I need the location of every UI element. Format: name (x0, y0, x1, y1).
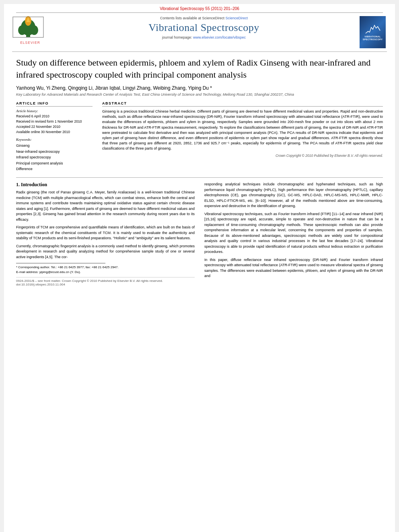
header-divider (12, 51, 387, 52)
bottom-issn: 0924-2031/$ – see front matter. Crown Co… (16, 277, 195, 286)
body-left: 1. Introduction Radix ginseng (the root … (16, 182, 195, 286)
elsevier-label: ELSEVIER (12, 41, 48, 45)
article-history-block: Article history: Received 6 April 2010 R… (16, 109, 93, 134)
elsevier-tree-icon (12, 16, 44, 38)
abstract-col: ABSTRACT Ginseng is a precious tradition… (102, 101, 383, 172)
date-received: Received 6 April 2010 (16, 114, 93, 119)
journal-main-title: Vibrational Spectroscopy (52, 22, 356, 34)
right-para2: Vibrational spectroscopy techniques, suc… (204, 212, 383, 255)
keyword-diff: Difference (16, 166, 93, 172)
abstract-text: Ginseng is a precious traditional Chines… (102, 109, 383, 151)
main-content: Study on difference between epidermis, p… (4, 53, 395, 294)
article-dates: Received 6 April 2010 Received in revise… (16, 114, 93, 134)
keyword-ir: Infrared spectroscopy (16, 154, 93, 160)
intro-para2: Fingerprints of TCM are comprehensive an… (16, 225, 195, 241)
affiliation: Key Laboratory for Advanced Materials an… (16, 92, 383, 97)
intro-title: 1. Introduction (16, 182, 195, 188)
journal-banner: Vibrational Spectroscopy 55 (2011) 201–2… (4, 4, 395, 12)
body-two-col: 1. Introduction Radix ginseng (the root … (16, 182, 383, 286)
cover-box: VIBRATIONAL SPECTROSCOPY (360, 16, 386, 48)
authors-line: Yanhong Wu, Yi Zheng, Qingqing Li, Jibra… (16, 85, 383, 91)
article-title: Study on difference between epidermis, p… (16, 57, 383, 80)
article-info-col: ARTICLE INFO Article history: Received 6… (16, 101, 93, 172)
sciencedirect-link[interactable]: ScienceDirect (226, 16, 248, 20)
footnote-email: E-mail address: yiping@ecust.edu.cn (Y. … (16, 270, 195, 275)
svg-point-2 (18, 25, 26, 35)
date-accepted: Accepted 22 November 2010 (16, 124, 93, 129)
homepage-link[interactable]: www.elsevier.com/locate/vibspec (193, 35, 246, 39)
journal-cover-thumb: VIBRATIONAL SPECTROSCOPY (360, 16, 387, 48)
body-right: responding analytical techniques include… (204, 182, 383, 286)
top-divider (16, 12, 383, 13)
abstract-heading: ABSTRACT (102, 101, 383, 107)
intro-para3: Currently, chromatographic fingerprint a… (16, 244, 195, 260)
keywords-block: Keywords: Ginseng Near-infrared spectros… (16, 138, 93, 172)
copyright-line: Crown Copyright © 2010 Published by Else… (102, 154, 383, 158)
cover-spectrum-icon (365, 23, 381, 35)
intro-para1: Radix ginseng (the root of Panax ginseng… (16, 190, 195, 222)
page: Vibrational Spectroscopy 55 (2011) 201–2… (4, 4, 395, 532)
journal-homepage: journal homepage: www.elsevier.com/locat… (52, 35, 356, 39)
keywords-label: Keywords: (16, 138, 93, 142)
article-info-abstract: ARTICLE INFO Article history: Received 6… (16, 101, 383, 172)
right-para3: In this paper, diffuse reflectance near … (204, 257, 383, 279)
elsevier-logo: ELSEVIER (12, 16, 48, 45)
cover-title: VIBRATIONAL SPECTROSCOPY (361, 35, 384, 41)
contents-line: Contents lists available at ScienceDirec… (52, 16, 356, 20)
journal-title-center: Contents lists available at ScienceDirec… (52, 16, 356, 39)
section-divider (16, 177, 383, 178)
header-area: ELSEVIER Contents lists available at Sci… (4, 14, 395, 51)
keyword-ginseng: Ginseng (16, 143, 93, 148)
footnote-divider (16, 263, 105, 263)
date-online: Available online 30 November 2010 (16, 129, 93, 135)
date-revised: Received in revised form 1 November 2010 (16, 119, 93, 124)
keyword-nir: Near-infrared spectroscopy (16, 149, 93, 154)
keyword-pca: Principal component analysis (16, 160, 93, 166)
right-para1: responding analytical techniques include… (204, 182, 383, 209)
footnote-corresponding: * Corresponding author. Tel.: +86 21 642… (16, 265, 195, 270)
article-info-heading: ARTICLE INFO (16, 101, 93, 107)
history-label: Article history: (16, 109, 93, 113)
svg-point-3 (30, 25, 38, 35)
